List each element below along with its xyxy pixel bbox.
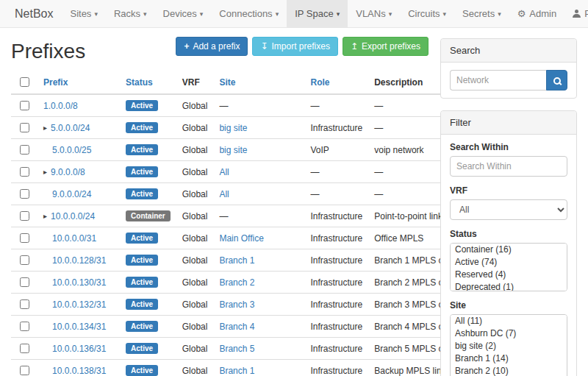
plus-icon: [184, 41, 189, 52]
column-header[interactable]: Role: [305, 71, 369, 94]
column-header[interactable]: Prefix: [37, 71, 120, 94]
role-value: Infrastructure: [305, 227, 369, 249]
listbox-option[interactable]: Ashburn DC (7): [451, 327, 567, 340]
vrf-value: Global: [176, 161, 214, 183]
filter-listbox-status[interactable]: Container (16)Active (74)Reserved (4)Dep…: [450, 243, 567, 291]
search-panel-title: Search: [441, 39, 576, 63]
nav-item-sites[interactable]: Sites: [62, 0, 105, 27]
row-checkbox[interactable]: [20, 233, 29, 243]
nav-item-vlans[interactable]: VLANs: [348, 0, 400, 27]
search-icon: [553, 77, 560, 84]
user-menu: Admin Profile Log out: [509, 0, 588, 27]
row-checkbox[interactable]: [20, 255, 29, 265]
status-badge: Active: [126, 365, 158, 376]
nav-item-secrets[interactable]: Secrets: [454, 0, 509, 27]
site-link[interactable]: Branch 1: [219, 366, 254, 376]
listbox-option[interactable]: Container (16): [451, 244, 567, 256]
import-icon: [260, 41, 268, 52]
search-button[interactable]: [546, 70, 567, 91]
listbox-option[interactable]: Branch 1 (14): [451, 352, 567, 365]
role-value: Infrastructure: [305, 360, 369, 376]
prefix-link[interactable]: 10.0.0.138/31: [52, 366, 106, 376]
listbox-option[interactable]: All (11): [451, 315, 567, 327]
vrf-select[interactable]: All: [450, 199, 567, 220]
site-link[interactable]: Branch 3: [219, 299, 254, 310]
prefix-link[interactable]: 5.0.0.0/25: [52, 145, 91, 155]
row-checkbox[interactable]: [20, 322, 29, 331]
prefix-link[interactable]: 1.0.0.0/8: [43, 101, 78, 111]
row-checkbox[interactable]: [20, 189, 29, 199]
prefix-link[interactable]: 9.0.0.0/24: [52, 189, 91, 199]
site-link[interactable]: All: [219, 189, 229, 199]
row-checkbox[interactable]: [20, 167, 29, 177]
listbox-option[interactable]: Deprecated (1): [451, 281, 567, 291]
search-within-input[interactable]: [450, 156, 567, 177]
top-navbar: NetBox Sites Racks Devices Connections: [0, 0, 588, 28]
prefix-link[interactable]: 5.0.0.0/24: [51, 123, 90, 133]
site-link[interactable]: big site: [219, 145, 247, 155]
prefix-link[interactable]: 10.0.0.0/31: [52, 233, 96, 244]
row-checkbox[interactable]: [20, 277, 29, 287]
site-link[interactable]: Branch 4: [219, 322, 254, 332]
listbox-option[interactable]: big site (2): [451, 340, 567, 352]
site-link[interactable]: Branch 5: [219, 344, 254, 354]
chevron-down-icon: [389, 10, 392, 18]
nav-item-connections[interactable]: Connections: [211, 0, 287, 27]
gear-icon: [517, 8, 526, 19]
site-link[interactable]: All: [219, 167, 229, 177]
nav-item-profile[interactable]: Profile: [564, 0, 588, 27]
nav-item-admin[interactable]: Admin: [509, 0, 565, 27]
site-link[interactable]: Main Office: [219, 233, 263, 244]
prefix-link[interactable]: 9.0.0.0/8: [51, 167, 85, 177]
vrf-value: Global: [176, 249, 214, 272]
status-badge: Active: [126, 166, 158, 177]
site-label: Site: [450, 300, 567, 311]
role-value: Infrastructure: [305, 272, 369, 294]
nav-item-ip-space[interactable]: IP Space: [287, 0, 348, 27]
status-label: Status: [450, 229, 567, 239]
vrf-value: Global: [176, 316, 214, 338]
filter-listbox-site[interactable]: All (11)Ashburn DC (7)big site (2)Branch…: [450, 314, 567, 376]
prefix-link[interactable]: 10.0.0.136/31: [52, 344, 106, 354]
row-checkbox[interactable]: [20, 299, 29, 309]
listbox-option[interactable]: Reserved (4): [451, 269, 567, 281]
vrf-value: Global: [176, 360, 214, 376]
site-link[interactable]: big site: [219, 123, 247, 133]
row-checkbox[interactable]: [20, 123, 29, 132]
prefix-link[interactable]: 10.0.0.132/31: [52, 299, 106, 310]
status-badge: Active: [126, 321, 158, 332]
add-prefix-button[interactable]: Add a prefix: [176, 37, 248, 56]
prefix-link[interactable]: 10.0.0.0/24: [51, 211, 95, 221]
import-prefixes-button[interactable]: Import prefixes: [252, 37, 337, 56]
nav-item-circuits[interactable]: Circuits: [400, 0, 454, 27]
nav-item-devices[interactable]: Devices: [155, 0, 212, 27]
vrf-value: Global: [176, 139, 214, 161]
role-value: —: [305, 94, 369, 117]
prefix-link[interactable]: 10.0.0.134/31: [52, 322, 106, 332]
column-header: VRF: [176, 71, 214, 94]
chevron-down-icon: [200, 10, 204, 18]
column-header[interactable]: Site: [213, 71, 304, 94]
row-checkbox[interactable]: [20, 366, 29, 375]
row-checkbox[interactable]: [20, 101, 29, 110]
select-all-checkbox[interactable]: [20, 77, 29, 87]
status-badge: Active: [126, 343, 158, 354]
prefix-link[interactable]: 10.0.0.128/31: [52, 255, 106, 266]
netbox-logo[interactable]: NetBox: [6, 0, 62, 27]
row-checkbox[interactable]: [20, 145, 29, 155]
chevron-down-icon: [498, 10, 501, 18]
listbox-option[interactable]: Branch 2 (10): [451, 365, 567, 376]
site-link[interactable]: Branch 1: [219, 255, 254, 266]
site-link[interactable]: Branch 2: [219, 277, 254, 288]
search-input[interactable]: [450, 70, 546, 91]
row-checkbox[interactable]: [20, 344, 29, 353]
export-prefixes-button[interactable]: Export prefixes: [343, 37, 429, 56]
column-header[interactable]: Status: [120, 71, 176, 94]
row-checkbox[interactable]: [20, 211, 29, 221]
role-value: Infrastructure: [305, 205, 369, 227]
role-value: Infrastructure: [305, 117, 369, 139]
nav-item-racks[interactable]: Racks: [106, 0, 155, 27]
listbox-option[interactable]: Active (74): [451, 256, 567, 269]
prefix-link[interactable]: 10.0.0.130/31: [52, 277, 106, 288]
status-badge: Active: [126, 144, 158, 155]
